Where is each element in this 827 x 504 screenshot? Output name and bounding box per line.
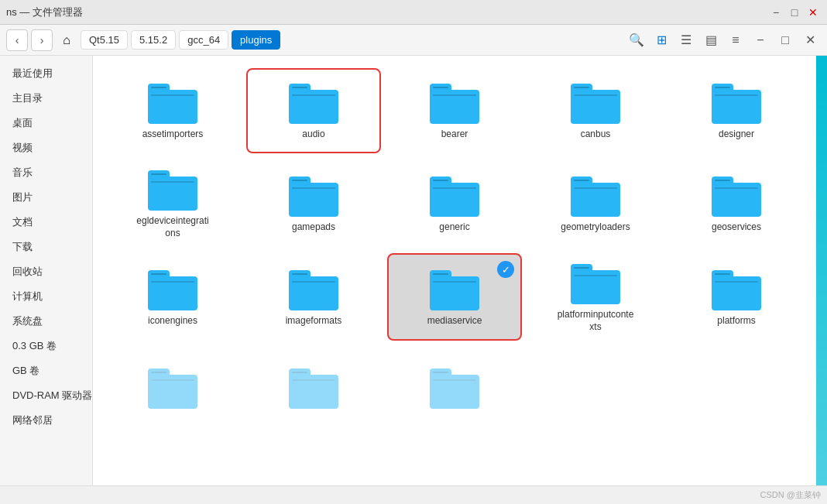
bottombar: CSDN @韭菜钟 bbox=[0, 485, 827, 504]
minimize-button[interactable]: − bbox=[768, 5, 784, 20]
file-grid: assetimporters audio bearer bbox=[105, 68, 804, 432]
breadcrumb-gcc64[interactable]: gcc_64 bbox=[179, 30, 228, 50]
folder-imageformats[interactable]: imageformats bbox=[246, 253, 381, 341]
folder-label-platforms: platforms bbox=[717, 315, 755, 327]
folder-icon-geoservices bbox=[712, 177, 761, 217]
sidebar-item-desktop[interactable]: 桌面 bbox=[0, 111, 92, 135]
folder-partial-1[interactable] bbox=[105, 347, 240, 432]
folder-label-mediaservice: mediaservice bbox=[427, 315, 482, 327]
folder-partial-3[interactable] bbox=[387, 347, 522, 432]
sidebar: 最近使用 主目录 桌面 视频 音乐 图片 文档 下载 回收站 计算机 系统盘 0… bbox=[0, 56, 93, 485]
sidebar-item-video[interactable]: 视频 bbox=[0, 136, 92, 159]
view-list-button[interactable]: ☰ bbox=[675, 29, 697, 51]
toolbar-restore-button[interactable]: □ bbox=[774, 29, 796, 51]
folder-icon-egldevice bbox=[148, 170, 197, 211]
folder-icon-mediaservice bbox=[430, 270, 479, 310]
sidebar-item-vol1[interactable]: 0.3 GB 卷 bbox=[0, 334, 92, 358]
maximize-button[interactable]: □ bbox=[787, 5, 802, 20]
window-title: ns — 文件管理器 bbox=[6, 5, 768, 19]
folder-egldevice[interactable]: egldeviceintegrations bbox=[105, 159, 240, 247]
folder-icon-assetimporters bbox=[148, 84, 197, 124]
home-button[interactable]: ⌂ bbox=[56, 29, 77, 51]
folder-bearer[interactable]: bearer bbox=[387, 68, 522, 153]
folder-label-generic: generic bbox=[439, 221, 469, 234]
folder-gamepads[interactable]: gamepads bbox=[246, 159, 381, 247]
sidebar-item-computer[interactable]: 计算机 bbox=[0, 285, 92, 308]
toolbar-close-button[interactable]: ✕ bbox=[799, 29, 821, 51]
folder-canbus[interactable]: canbus bbox=[528, 68, 663, 153]
folder-platforminputcontexts[interactable]: platforminputcontexts bbox=[528, 253, 663, 341]
toolbar: ‹ › ⌂ Qt5.15 5.15.2 gcc_64 plugins 🔍 ⊞ ☰… bbox=[0, 25, 827, 56]
window-controls: − □ ✕ bbox=[768, 5, 821, 20]
folder-label-imageformats: imageformats bbox=[286, 315, 342, 327]
sidebar-item-network[interactable]: 网络邻居 bbox=[0, 409, 92, 432]
breadcrumb-5152[interactable]: 5.15.2 bbox=[131, 30, 176, 50]
folder-audio[interactable]: audio bbox=[246, 68, 381, 153]
folder-label-gamepads: gamepads bbox=[292, 221, 335, 234]
folder-partial-2[interactable] bbox=[246, 347, 381, 432]
back-button[interactable]: ‹ bbox=[6, 29, 28, 51]
folder-label-bearer: bearer bbox=[441, 129, 468, 141]
folder-geoservices[interactable]: geoservices bbox=[669, 159, 804, 247]
folder-icon-partial-1 bbox=[148, 369, 197, 409]
folder-icon-designer bbox=[712, 84, 761, 124]
folder-icon-geometryloaders bbox=[571, 177, 620, 217]
folder-icon-imageformats bbox=[289, 270, 338, 310]
sidebar-item-recent[interactable]: 最近使用 bbox=[0, 62, 92, 85]
folder-label-geoservices: geoservices bbox=[712, 221, 761, 234]
folder-label-audio: audio bbox=[302, 129, 324, 141]
view-grid-button[interactable]: ⊞ bbox=[650, 29, 672, 51]
search-button[interactable]: 🔍 bbox=[626, 29, 647, 51]
folder-icon-partial-3 bbox=[430, 369, 479, 409]
breadcrumb-qt515[interactable]: Qt5.15 bbox=[81, 30, 128, 50]
folder-label-canbus: canbus bbox=[581, 129, 611, 141]
main-layout: 最近使用 主目录 桌面 视频 音乐 图片 文档 下载 回收站 计算机 系统盘 0… bbox=[0, 56, 827, 485]
view-detail-button[interactable]: ▤ bbox=[700, 29, 722, 51]
view-more-button[interactable]: ≡ bbox=[725, 29, 746, 51]
close-button[interactable]: ✕ bbox=[805, 5, 821, 20]
forward-button[interactable]: › bbox=[31, 29, 53, 51]
folder-platforms[interactable]: platforms bbox=[669, 253, 804, 341]
sidebar-item-downloads[interactable]: 下载 bbox=[0, 235, 92, 259]
folder-icon-generic bbox=[430, 177, 479, 217]
folder-icon-platforms bbox=[712, 270, 761, 310]
sidebar-item-documents[interactable]: 文档 bbox=[0, 211, 92, 234]
sidebar-item-home[interactable]: 主目录 bbox=[0, 87, 92, 110]
folder-icon-iconengines bbox=[148, 270, 197, 310]
folder-label-iconengines: iconengines bbox=[148, 315, 197, 327]
folder-generic[interactable]: generic bbox=[387, 159, 522, 247]
folder-iconengines[interactable]: iconengines bbox=[105, 253, 240, 341]
sidebar-item-dvd[interactable]: DVD-RAM 驱动器 ▲ bbox=[0, 384, 92, 407]
watermark-text: CSDN @韭菜钟 bbox=[760, 489, 821, 501]
folder-designer[interactable]: designer bbox=[669, 68, 804, 153]
toolbar-minimize-button[interactable]: − bbox=[750, 29, 771, 51]
right-scrollbar[interactable] bbox=[816, 56, 827, 485]
folder-assetimporters[interactable]: assetimporters bbox=[105, 68, 240, 153]
folder-label-egldevice: egldeviceintegrations bbox=[134, 215, 211, 239]
folder-icon-partial-2 bbox=[289, 369, 338, 409]
folder-icon-gamepads bbox=[289, 177, 338, 217]
file-content: assetimporters audio bearer bbox=[93, 56, 816, 485]
sidebar-item-vol2[interactable]: GB 卷 bbox=[0, 359, 92, 382]
folder-label-assetimporters: assetimporters bbox=[142, 129, 204, 141]
sidebar-item-pictures[interactable]: 图片 bbox=[0, 186, 92, 209]
check-badge-mediaservice: ✓ bbox=[497, 261, 514, 278]
folder-icon-canbus bbox=[571, 84, 620, 124]
folder-label-geometryloaders: geometryloaders bbox=[561, 221, 630, 234]
breadcrumb-plugins[interactable]: plugins bbox=[232, 30, 280, 50]
sidebar-item-music[interactable]: 音乐 bbox=[0, 161, 92, 184]
folder-icon-bearer bbox=[430, 84, 479, 124]
folder-label-platforminputcontexts: platforminputcontexts bbox=[557, 309, 634, 333]
folder-mediaservice[interactable]: ✓ mediaservice bbox=[387, 253, 522, 341]
folder-icon-platforminputcontexts bbox=[571, 264, 620, 304]
folder-label-designer: designer bbox=[719, 129, 754, 141]
folder-geometryloaders[interactable]: geometryloaders bbox=[528, 159, 663, 247]
sidebar-item-system-disk[interactable]: 系统盘 bbox=[0, 310, 92, 333]
folder-icon-audio bbox=[289, 84, 338, 124]
sidebar-item-trash[interactable]: 回收站 bbox=[0, 260, 92, 283]
titlebar: ns — 文件管理器 − □ ✕ bbox=[0, 0, 827, 25]
